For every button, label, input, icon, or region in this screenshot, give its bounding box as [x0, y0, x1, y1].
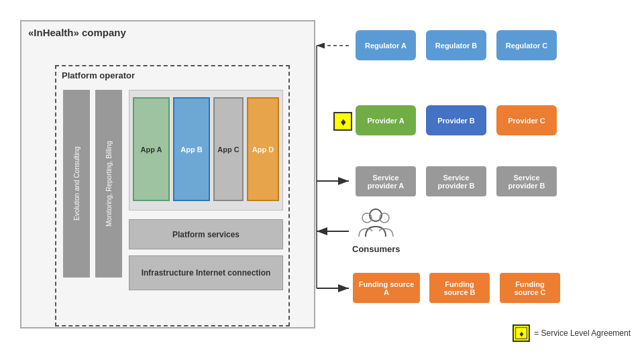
funding-source-b-box: Funding source B	[429, 273, 490, 303]
platform-title: Platform operator	[62, 70, 135, 80]
sla-legend: ⬧ = Service Level Agreement	[513, 324, 631, 342]
regulator-a-box: Regulator A	[356, 30, 416, 60]
service-provider-a-box: Service provider A	[356, 166, 416, 196]
provider-b-box: Provider B	[426, 105, 486, 135]
inhealth-company-box: «InHealth» company Platform operator Evo…	[20, 20, 315, 328]
regulator-b-box: Regulator B	[426, 30, 486, 60]
app-a-box: App A	[133, 97, 170, 201]
regulator-c-box: Regulator C	[496, 30, 557, 60]
diagram: «InHealth» company Platform operator Evo…	[0, 0, 644, 362]
consumers-group: Consumers	[352, 204, 400, 254]
sla-description: = Service Level Agreement	[534, 328, 631, 338]
app-b-box: App B	[173, 97, 210, 201]
provider-a-box: Provider A	[356, 105, 416, 135]
provider-c-box: Provider C	[496, 105, 557, 135]
app-area: App A App B App C App D	[129, 90, 283, 210]
consumers-icon	[358, 204, 394, 241]
consumers-label: Consumers	[352, 244, 400, 254]
service-provider-b-box: Service provider B	[426, 166, 486, 196]
service-provider-c-box: Service provider B	[496, 166, 557, 196]
funding-source-a-box: Funding source A	[353, 273, 420, 303]
app-c-box: App C	[213, 97, 244, 201]
evolution-bar: Evolution and Consulting	[63, 90, 90, 278]
inhealth-title: «InHealth» company	[28, 27, 126, 38]
monitoring-bar: Monitoring, Reporting, Billing	[95, 90, 122, 278]
platform-services-box: Platform services	[129, 219, 283, 249]
sla-icon: ⬧	[333, 112, 352, 131]
app-d-box: App D	[247, 97, 279, 201]
funding-source-c-box: Funding source C	[500, 273, 560, 303]
platform-operator-box: Platform operator Evolution and Consulti…	[55, 65, 290, 326]
sla-legend-icon: ⬧	[513, 324, 530, 342]
svg-text:⬧: ⬧	[519, 328, 524, 339]
infrastructure-box: Infrastructure Internet connection	[129, 255, 283, 290]
